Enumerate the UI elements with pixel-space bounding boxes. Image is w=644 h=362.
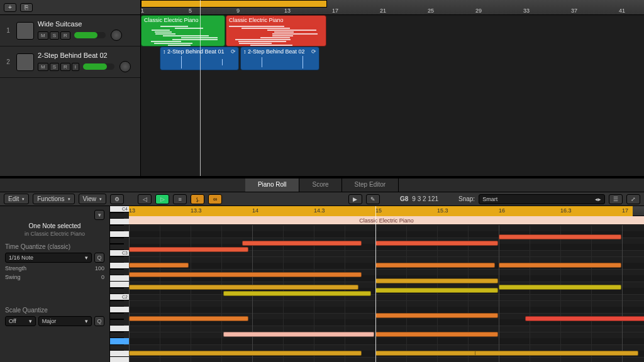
track-i-button[interactable]: I	[72, 63, 79, 71]
swing-value[interactable]: 0	[101, 274, 104, 280]
white-key[interactable]	[110, 282, 129, 288]
track-r-button[interactable]: R	[60, 63, 70, 71]
track-icon[interactable]	[16, 22, 34, 40]
white-key[interactable]	[110, 231, 129, 238]
track-m-button[interactable]: M	[38, 63, 48, 71]
pencil-tool-icon[interactable]: ✎	[366, 194, 380, 204]
black-key[interactable]	[110, 256, 124, 263]
midi-note[interactable]	[375, 278, 498, 283]
midi-note[interactable]	[375, 241, 498, 246]
region-header[interactable]: Classic Electric Piano	[129, 216, 644, 225]
black-key[interactable]	[110, 238, 124, 244]
scale-mode-select[interactable]: Off▾	[5, 316, 36, 326]
region[interactable]: Classic Electric Piano	[141, 15, 225, 47]
tab-step-editor[interactable]: Step Editor	[342, 178, 399, 192]
midi-note[interactable]	[375, 313, 498, 318]
midi-note[interactable]	[129, 285, 358, 290]
snap-select[interactable]: Smart◂▸	[479, 194, 605, 204]
track-r-button[interactable]: R	[60, 31, 70, 40]
midi-note[interactable]	[129, 263, 189, 268]
black-key[interactable]	[110, 288, 124, 294]
white-key[interactable]	[110, 357, 129, 362]
zoom-icon[interactable]: ⤢	[626, 194, 640, 204]
track-toolbar: + ⎘	[0, 0, 140, 15]
white-key[interactable]	[110, 275, 129, 282]
piano-keyboard[interactable]: C4C3C2	[110, 206, 129, 362]
white-key[interactable]	[110, 307, 129, 313]
playhead[interactable]	[200, 0, 201, 176]
midi-note[interactable]	[499, 234, 621, 239]
black-key[interactable]	[110, 313, 124, 319]
midi-note[interactable]	[223, 332, 374, 337]
track-header[interactable]: 1 Wide Suitcase MSR	[0, 15, 140, 47]
options-icon[interactable]: ⚙	[110, 194, 124, 204]
track-s-button[interactable]: S	[50, 31, 59, 40]
region[interactable]: ↕ 2-Step Behind Beat 01⟳	[160, 47, 239, 70]
midi-note[interactable]	[499, 285, 621, 290]
functions-menu[interactable]: Functions	[33, 194, 74, 204]
cycle-range[interactable]	[141, 0, 327, 8]
midi-note[interactable]	[375, 332, 498, 337]
midi-note[interactable]	[129, 351, 362, 356]
volume-slider[interactable]	[74, 32, 106, 38]
pan-knob[interactable]	[119, 61, 131, 72]
strength-value[interactable]: 100	[95, 265, 104, 272]
black-key[interactable]	[110, 212, 124, 219]
midi-note[interactable]	[129, 272, 362, 277]
track-m-button[interactable]: M	[38, 31, 48, 40]
link-icon[interactable]: ∞	[208, 194, 222, 204]
track-icon[interactable]	[16, 53, 34, 71]
white-key[interactable]	[110, 219, 129, 225]
quantize-button[interactable]: Q	[94, 253, 104, 263]
track-header[interactable]: 2 2-Step Behind Beat 02 MSRI	[0, 47, 140, 78]
black-key[interactable]	[110, 244, 124, 250]
midi-note[interactable]	[223, 291, 371, 296]
black-key[interactable]	[110, 344, 124, 351]
pan-knob[interactable]	[111, 30, 122, 41]
volume-slider[interactable]	[83, 63, 114, 70]
midi-note[interactable]	[129, 316, 248, 321]
black-key[interactable]	[110, 332, 124, 338]
midi-note[interactable]	[375, 263, 495, 268]
grid-ruler[interactable]: 1313.31414.31515.31616.317	[129, 206, 644, 216]
black-key[interactable]	[110, 319, 124, 326]
black-key[interactable]	[110, 269, 124, 275]
arrange-ruler[interactable]: 159131721252933374145	[141, 0, 644, 15]
grid-tick: 14.3	[314, 207, 325, 214]
midi-in-icon[interactable]: ◁	[138, 194, 152, 204]
note-grid[interactable]: 1313.31414.31515.31616.317 Classic Elect…	[129, 206, 644, 362]
add-track-button[interactable]: +	[4, 3, 16, 12]
white-key[interactable]	[110, 351, 129, 357]
region[interactable]: Classic Electric Piano	[226, 15, 326, 47]
grid-playhead[interactable]	[375, 206, 376, 362]
time-quantize-select[interactable]: 1/16 Note▾	[5, 253, 92, 263]
white-key[interactable]	[110, 263, 129, 269]
scale-type-select[interactable]: Major▾	[38, 316, 92, 326]
track-number: 1	[4, 27, 13, 34]
midi-note[interactable]	[242, 241, 362, 246]
catch-playhead-icon[interactable]: ⍼	[191, 194, 204, 204]
white-key[interactable]	[110, 326, 129, 332]
tab-score[interactable]: Score	[299, 178, 341, 192]
timeline-area[interactable]: 159131721252933374145 Classic Electric P…	[141, 0, 644, 176]
black-key[interactable]	[110, 225, 124, 231]
region[interactable]: ↕ 2-Step Behind Beat 02⟳	[240, 47, 319, 70]
list-icon[interactable]: ☰	[609, 194, 623, 204]
ruler-tick: 37	[571, 8, 577, 14]
view-menu[interactable]: View	[79, 194, 107, 204]
midi-note[interactable]	[475, 351, 638, 356]
inspector-chevron[interactable]: ▾	[94, 210, 104, 220]
tab-piano-roll[interactable]: Piano Roll	[245, 178, 300, 192]
midi-note[interactable]	[525, 316, 644, 321]
duplicate-track-button[interactable]: ⎘	[20, 3, 33, 12]
track-s-button[interactable]: S	[50, 63, 59, 71]
edit-menu[interactable]: Edit	[4, 194, 29, 204]
midi-note[interactable]	[129, 247, 248, 252]
collapse-icon[interactable]: ≡	[173, 194, 187, 204]
midi-note[interactable]	[375, 288, 498, 293]
midi-out-icon[interactable]: ▷	[155, 194, 169, 204]
pointer-tool-icon[interactable]: ▶	[348, 194, 362, 204]
scale-quantize-button[interactable]: Q	[94, 316, 104, 326]
black-key[interactable]	[110, 300, 124, 307]
midi-note[interactable]	[499, 263, 621, 268]
